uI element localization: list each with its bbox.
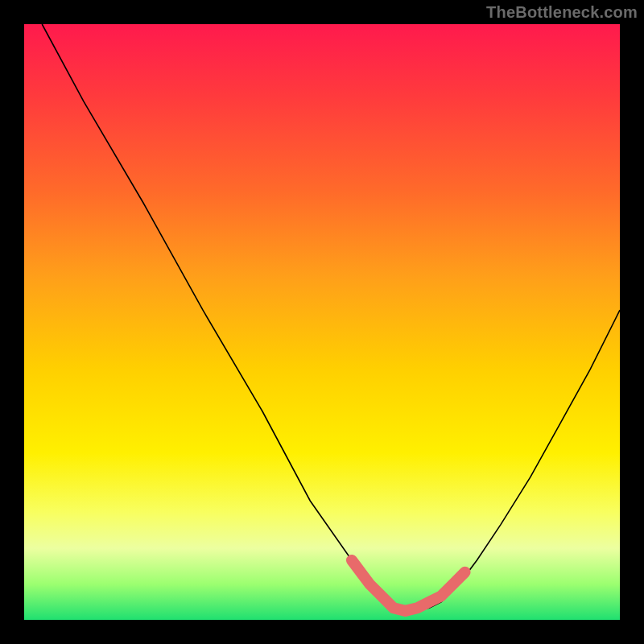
coral-highlight-segment xyxy=(352,560,465,611)
bottleneck-curve xyxy=(42,24,620,611)
watermark-text: TheBottleneck.com xyxy=(486,3,638,22)
chart-canvas: TheBottleneck.com xyxy=(0,0,644,644)
curve-layer xyxy=(24,24,620,620)
